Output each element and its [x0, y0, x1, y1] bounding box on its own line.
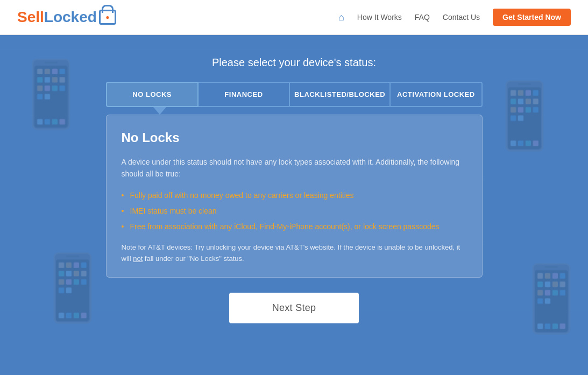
page-title: Please select your device's status:	[106, 56, 483, 69]
wm-phone-4: 📱	[511, 261, 588, 337]
nav-contact-us[interactable]: Contact Us	[443, 13, 480, 22]
next-step-button[interactable]: Next Step	[229, 293, 359, 323]
wm-phone-3: 📱	[32, 250, 113, 326]
main-background: 📱 📱 📱 📱 Please select your device's stat…	[0, 35, 588, 375]
logo-icon	[99, 10, 116, 25]
arrow-down-indicator	[153, 107, 166, 115]
home-icon: ⌂	[338, 12, 344, 23]
content-center: Please select your device's status: NO L…	[106, 56, 483, 323]
logo-sell: Sell	[17, 9, 44, 26]
next-step-wrap: Next Step	[106, 293, 483, 323]
logo: SellLocked	[17, 9, 116, 26]
nav-how-it-works[interactable]: How It Works	[357, 13, 402, 22]
info-card: No Locks A device under this status shou…	[106, 115, 483, 278]
card-note: Note for AT&T devices: Try unlocking you…	[122, 242, 467, 265]
navbar: SellLocked ⌂ How It Works FAQ Contact Us…	[0, 0, 588, 35]
get-started-button[interactable]: Get Started Now	[493, 9, 571, 26]
card-description: A device under this status should not ha…	[122, 156, 467, 180]
nav-home-link[interactable]: ⌂	[338, 13, 344, 22]
status-btn-blacklisted[interactable]: BLACKLISTED/BLOCKED	[290, 82, 391, 107]
nav-links: ⌂ How It Works FAQ Contact Us Get Starte…	[338, 9, 571, 26]
card-list: Fully paid off with no money owed to any…	[122, 190, 467, 232]
wm-phone-2: 📱	[484, 78, 565, 154]
status-btn-activation-locked[interactable]: ACTIVATION LOCKED	[391, 82, 482, 107]
status-btn-no-locks[interactable]: NO LOCKS	[106, 82, 199, 107]
status-buttons: NO LOCKS FINANCED BLACKLISTED/BLOCKED AC…	[106, 82, 483, 107]
list-item: IMEI status must be clean	[122, 206, 467, 217]
card-title: No Locks	[122, 130, 467, 145]
wm-phone-1: 📱	[11, 56, 91, 132]
nav-faq[interactable]: FAQ	[415, 13, 430, 22]
list-item: Free from association with any iCloud, F…	[122, 221, 467, 232]
list-item: Fully paid off with no money owed to any…	[122, 190, 467, 201]
logo-locked: Locked	[44, 9, 97, 26]
status-btn-financed[interactable]: FINANCED	[199, 82, 290, 107]
